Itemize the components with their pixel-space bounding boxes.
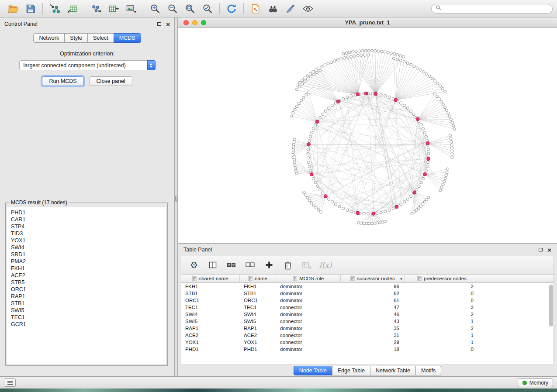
import-network-icon[interactable] — [46, 2, 63, 16]
dominator-node[interactable] — [356, 211, 360, 215]
zoom-in-icon[interactable] — [146, 2, 164, 16]
divider-handle-icon[interactable] — [175, 196, 177, 202]
run-mcds-button[interactable]: Run MCDS — [42, 76, 83, 86]
dominator-node[interactable] — [374, 92, 377, 96]
delete-icon[interactable] — [282, 259, 294, 271]
mcds-result-item[interactable]: ORC1 — [11, 286, 162, 293]
columns-icon[interactable] — [207, 259, 218, 271]
memory-button[interactable]: Memory — [518, 378, 553, 387]
zoom-fit-icon[interactable] — [181, 2, 199, 16]
mcds-result-item[interactable]: STB5 — [11, 279, 162, 286]
tab-edge-table[interactable]: Edge Table — [332, 366, 370, 375]
table-row[interactable]: FKH1FKH1dominator962 — [181, 283, 554, 290]
table-row[interactable]: SWI4SWI4dominator462 — [181, 311, 554, 318]
mcds-result-item[interactable]: SRD1 — [11, 251, 162, 258]
table-row[interactable]: SWI5SWI5connector431 — [181, 318, 554, 325]
mcds-result-item[interactable]: STB1 — [11, 300, 162, 307]
minimize-window-button[interactable] — [192, 20, 197, 25]
dominator-node[interactable] — [423, 172, 427, 176]
network-titlebar[interactable]: YPA_prune.txt_1 — [178, 17, 557, 28]
show-hide-icon[interactable] — [299, 2, 317, 16]
table-row[interactable]: PHD1PHD1dominator180 — [181, 346, 554, 353]
table-row[interactable]: STB1STB1dominator620 — [181, 290, 554, 297]
dominator-node[interactable] — [310, 172, 313, 176]
dominator-node[interactable] — [364, 92, 368, 95]
tab-style[interactable]: Style — [64, 33, 88, 43]
optimization-dropdown[interactable]: largest connected component (undirected) — [19, 60, 156, 70]
mcds-result-item[interactable]: CAR1 — [11, 216, 162, 223]
refresh-icon[interactable] — [223, 2, 240, 16]
dominator-node[interactable] — [307, 143, 311, 146]
save-icon[interactable] — [22, 2, 39, 16]
column-header-name[interactable]: name — [240, 275, 276, 282]
export-network-icon[interactable] — [87, 2, 105, 16]
network-canvas[interactable] — [178, 28, 557, 243]
table-row[interactable]: ORC1ORC1dominator610 — [181, 297, 554, 304]
column-header-predecessor-nodes[interactable]: predecessor nodes — [405, 275, 479, 282]
search-box[interactable] — [431, 4, 553, 14]
table-row[interactable]: TEC1TEC1connector472 — [181, 304, 554, 311]
menu-button[interactable] — [4, 378, 16, 387]
tab-mcds[interactable]: MCDS — [114, 33, 141, 43]
find-icon[interactable] — [264, 2, 282, 16]
table-cell: 29 — [341, 340, 405, 345]
import-table-icon[interactable] — [63, 2, 81, 16]
search-input[interactable] — [444, 6, 548, 12]
mcds-result-item[interactable]: ACE2 — [11, 272, 162, 279]
mcds-result-item[interactable]: SWI5 — [11, 307, 162, 314]
close-table-panel-icon[interactable]: × — [547, 247, 551, 253]
gear-icon[interactable]: ⚙ — [188, 259, 200, 271]
table-row[interactable]: ACE2ACE2connector311 — [181, 332, 554, 339]
table-row[interactable]: RAP1RAP1dominator352 — [181, 325, 554, 332]
tab-node-table[interactable]: Node Table — [294, 366, 332, 375]
dominator-node[interactable] — [372, 212, 375, 216]
dominator-node[interactable] — [356, 93, 360, 96]
zoom-out-icon[interactable] — [164, 2, 181, 16]
tab-network[interactable]: Network — [33, 33, 65, 43]
open-folder-icon[interactable] — [4, 2, 22, 16]
tab-motifs[interactable]: Motifs — [415, 366, 441, 375]
mcds-result-item[interactable]: YOX1 — [11, 237, 162, 244]
mcds-result-item[interactable]: FKH1 — [11, 265, 162, 272]
column-header-MCDS-role[interactable]: MCDS role — [276, 275, 341, 282]
mcds-result-item[interactable]: GCR1 — [11, 321, 162, 328]
column-header-successor-nodes[interactable]: successor nodes▾ — [341, 275, 405, 282]
mcds-result-item[interactable]: TID3 — [11, 230, 162, 237]
float-panel-icon[interactable] — [157, 22, 161, 26]
style-icon[interactable] — [282, 2, 299, 16]
zoom-window-button[interactable] — [201, 20, 206, 25]
column-header-shared-name[interactable]: shared name — [181, 275, 240, 282]
zoom-selected-icon[interactable] — [199, 2, 216, 16]
dominator-node[interactable] — [324, 195, 328, 198]
export-table-icon[interactable] — [105, 2, 122, 16]
close-window-button[interactable] — [183, 20, 189, 25]
dominator-node[interactable] — [395, 205, 398, 209]
close-panel-icon[interactable]: × — [166, 21, 170, 28]
dominator-node[interactable] — [426, 141, 429, 145]
table-row[interactable]: YOX1YOX1connector291 — [181, 339, 554, 346]
scrollbar-thumb[interactable] — [549, 285, 553, 327]
dominator-node[interactable] — [315, 120, 319, 124]
tab-select[interactable]: Select — [87, 33, 114, 43]
add-icon[interactable] — [263, 259, 275, 271]
dominator-node[interactable] — [416, 117, 419, 121]
float-table-panel-icon[interactable] — [539, 248, 543, 251]
mcds-result-item[interactable]: SWI4 — [11, 244, 162, 251]
select-all-icon[interactable] — [226, 259, 237, 271]
mcds-result-item[interactable]: STP4 — [11, 223, 162, 230]
dominator-node[interactable] — [427, 157, 430, 161]
table-scrollbar[interactable] — [549, 284, 553, 364]
dominator-node[interactable] — [413, 191, 416, 194]
dominator-node[interactable] — [336, 100, 340, 103]
mcds-result-item[interactable]: PMA2 — [11, 258, 162, 265]
mcds-result-item[interactable]: PHD1 — [11, 209, 162, 216]
export-image-icon[interactable] — [122, 2, 140, 16]
tab-network-table[interactable]: Network Table — [370, 366, 416, 375]
mcds-result-item[interactable]: TEC1 — [11, 314, 162, 321]
close-panel-button[interactable]: Close panel — [90, 76, 132, 86]
mcds-result-item[interactable]: RAP1 — [11, 293, 162, 300]
clear-selection-icon[interactable] — [245, 259, 256, 271]
dominator-node[interactable] — [394, 98, 398, 102]
clone-network-icon[interactable] — [247, 2, 264, 16]
panel-divider[interactable] — [175, 17, 178, 376]
